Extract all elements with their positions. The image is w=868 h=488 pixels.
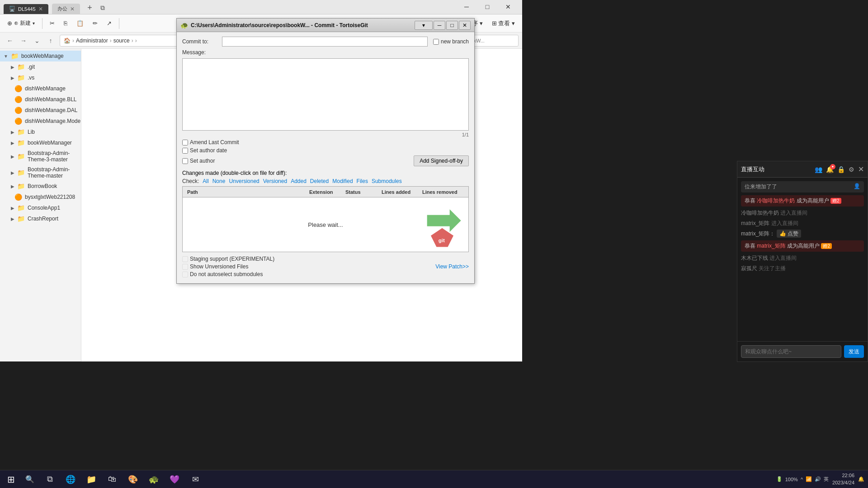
sidebar-item-vs[interactable]: ▶ 📁 .vs — [0, 72, 81, 83]
view-patch-link[interactable]: View Patch>> — [435, 263, 469, 270]
sidebar-item-bootstrap3[interactable]: ▶ 📁 Bootstrap-Admin-Theme-3-master — [0, 148, 81, 164]
chat-message-banner: 位来增加了了 👤 — [741, 181, 864, 192]
rename-btn[interactable]: ✏ — [89, 18, 101, 28]
message-textarea[interactable] — [182, 58, 469, 131]
dialog-dropdown-btn[interactable]: ▾ — [415, 21, 433, 30]
col-status-header[interactable]: Status — [344, 189, 380, 195]
up-btn[interactable]: ↑ — [44, 34, 57, 47]
explorer-close-btn[interactable]: ✕ — [498, 0, 519, 14]
show-unversioned-checkbox[interactable] — [182, 264, 188, 270]
chat-settings-icon[interactable]: ⚙ — [849, 166, 854, 173]
folder-icon: 📁 — [17, 204, 25, 211]
check-submodules[interactable]: Submodules — [372, 178, 402, 184]
tab-list-btn[interactable]: ⧉ — [96, 2, 109, 13]
taskbar-search-btn[interactable]: 🔍 — [22, 470, 38, 488]
start-button[interactable]: ⊞ — [0, 470, 22, 488]
check-none[interactable]: None — [212, 178, 226, 184]
sidebar-item-consoleapp1[interactable]: ▶ 📁 ConsoleApp1 — [0, 202, 81, 213]
new-tab-btn[interactable]: + — [84, 2, 96, 13]
check-versioned[interactable]: Versioned — [263, 178, 287, 184]
sidebar-item-bookwebmanager[interactable]: ▶ 📁 bookWebManager — [0, 137, 81, 148]
browser-tab[interactable]: 🖥️ DL5445 ✕ — [4, 4, 48, 14]
chat-users-icon: 👥 — [815, 166, 822, 173]
taskbar-speaker-icon[interactable]: 🔊 — [815, 476, 821, 482]
chat-close-btn[interactable]: ✕ — [858, 165, 864, 174]
check-all[interactable]: All — [203, 178, 208, 184]
dialog-body: Commit to: new branch Message: 1/1 Amend… — [177, 32, 474, 283]
sidebar-item-dishwebmanagedal[interactable]: 🟠 dishWebManage.DAL — [0, 105, 81, 116]
view-btn[interactable]: ⊞ 查看 ▾ — [488, 18, 519, 29]
check-modified[interactable]: Modified — [332, 178, 353, 184]
dialog-titlebar: 🐢 C:\Users\Administrator\source\repos\bo… — [177, 19, 474, 32]
col-ext-header[interactable]: Extension — [307, 189, 344, 195]
sidebar-item-bookwebmanage[interactable]: ▼ 📁 bookWebManage — [0, 51, 81, 61]
path-administrator[interactable]: Administrator — [76, 38, 108, 44]
sidebar-item-dishwebmanagemodels[interactable]: 🟠 dishWebManage.Models — [0, 116, 81, 127]
taskbar-app-email[interactable]: ✉ — [185, 470, 205, 488]
sidebar-item-lib[interactable]: ▶ 📁 Lib — [0, 127, 81, 137]
taskbar-clock[interactable]: 22:06 2023/4/24 — [832, 472, 854, 486]
check-unversioned[interactable]: Unversioned — [229, 178, 259, 184]
copy-btn[interactable]: ⎘ — [60, 18, 71, 28]
up-list-btn[interactable]: ⌄ — [31, 34, 43, 47]
office-tab-close[interactable]: ✕ — [70, 6, 75, 12]
taskbar-app-paint[interactable]: 🎨 — [123, 470, 143, 488]
staging-checkbox[interactable] — [182, 256, 188, 262]
add-signed-btn[interactable]: Add Signed-off-by — [414, 155, 469, 166]
folder-icon: 📁 — [17, 169, 25, 176]
browser-tab-close[interactable]: ✕ — [38, 6, 43, 12]
expand-icon: ▶ — [11, 216, 14, 221]
show-unversioned-label: Show Unversioned Files — [190, 263, 248, 270]
path-source[interactable]: source — [113, 38, 130, 44]
col-removed-header[interactable]: Lines removed — [420, 189, 466, 195]
cut-btn[interactable]: ✂ — [46, 18, 58, 28]
sidebar-item-borrowbook[interactable]: ▶ 📁 BorrowBook — [0, 181, 81, 192]
forward-btn[interactable]: → — [17, 34, 30, 47]
chat-username-follow: 寂孤尺 — [741, 265, 757, 272]
explorer-minimize-btn[interactable]: ─ — [456, 0, 477, 14]
sidebar-item-git[interactable]: ▶ 📁 .git — [0, 61, 81, 72]
check-added[interactable]: Added — [291, 178, 307, 184]
sidebar-item-bootstrap[interactable]: ▶ 📁 Bootstrap-Admin-Theme-master — [0, 164, 81, 181]
taskbar-app-store[interactable]: 🛍 — [102, 470, 122, 488]
folder-icon-git: 🟠 — [14, 107, 22, 114]
office-tab[interactable]: 办公 ✕ — [52, 4, 80, 14]
sidebar-item-dishwebmanagebll[interactable]: 🟠 dishWebManage.BLL — [0, 94, 81, 105]
taskbar-app-edge[interactable]: 🌐 — [61, 470, 80, 488]
set-author-date-checkbox[interactable] — [182, 148, 188, 154]
explorer-maximize-btn[interactable]: □ — [477, 0, 498, 14]
new-button[interactable]: ⊕ ⊕ 新建 ▾ — [4, 18, 38, 29]
taskbar-lang[interactable]: 英 — [824, 476, 829, 483]
taskbar-app-explorer[interactable]: 📁 — [81, 470, 101, 488]
new-branch-checkbox[interactable] — [433, 39, 439, 45]
amend-checkbox[interactable] — [182, 140, 188, 145]
dialog-minimize-btn[interactable]: ─ — [434, 21, 445, 30]
sidebar-item-dishwebmanage[interactable]: 🟠 dishWebManage — [0, 83, 81, 94]
sidebar-item-crashreport[interactable]: ▶ 📁 CrashReport — [0, 213, 81, 224]
chat-send-btn[interactable]: 发送 — [844, 345, 864, 358]
dialog-maximize-btn[interactable]: □ — [446, 21, 458, 30]
new-branch-row: new branch — [433, 38, 469, 45]
taskbar-app-tortoise[interactable]: 🐢 — [144, 470, 164, 488]
chat-username-join-3: 木木已下线 — [741, 255, 768, 261]
paste-btn[interactable]: 📋 — [73, 18, 87, 28]
taskbar-chevron-icon[interactable]: ^ — [801, 477, 803, 482]
dialog-close-btn[interactable]: ✕ — [459, 21, 471, 30]
taskbar-app-taskview[interactable]: ⧉ — [40, 470, 60, 488]
no-autoselect-label: Do not autoselect submodules — [190, 271, 263, 277]
taskbar-notification-icon[interactable]: 🔔 — [858, 476, 864, 482]
check-deleted[interactable]: Deleted — [310, 178, 329, 184]
chat-messages: 位来增加了了 👤 恭喜 冷咖啡加热牛奶 成为高能用户 赠2 冷咖啡加热牛奶 进入… — [737, 178, 868, 341]
col-path-header[interactable]: Path — [185, 189, 307, 195]
expand-icon: ▶ — [11, 170, 14, 175]
check-files[interactable]: Files — [357, 178, 368, 184]
commit-to-input[interactable] — [222, 37, 428, 47]
set-author-checkbox[interactable] — [182, 158, 188, 164]
share-btn[interactable]: ↗ — [103, 18, 115, 28]
no-autoselect-checkbox[interactable] — [182, 272, 188, 277]
sidebar-item-bysxtglxt[interactable]: 🟠 bysxtglxtWeb221208 — [0, 192, 81, 202]
back-btn[interactable]: ← — [4, 34, 16, 47]
taskbar-app-vs[interactable]: 💜 — [165, 470, 184, 488]
chat-input[interactable] — [741, 345, 841, 358]
col-added-header[interactable]: Lines added — [380, 189, 420, 195]
